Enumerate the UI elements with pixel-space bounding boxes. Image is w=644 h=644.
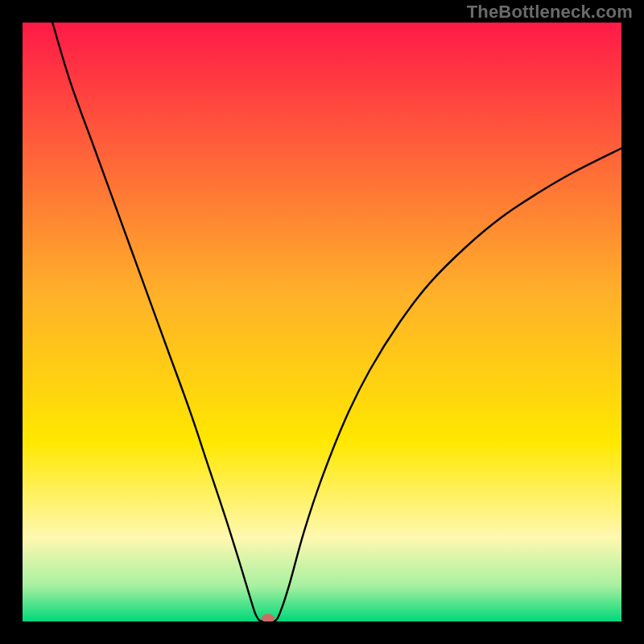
watermark-text: TheBottleneck.com — [467, 2, 633, 23]
chart-frame: TheBottleneck.com — [0, 0, 644, 644]
chart-svg — [23, 23, 621, 621]
chart-background — [23, 23, 621, 621]
